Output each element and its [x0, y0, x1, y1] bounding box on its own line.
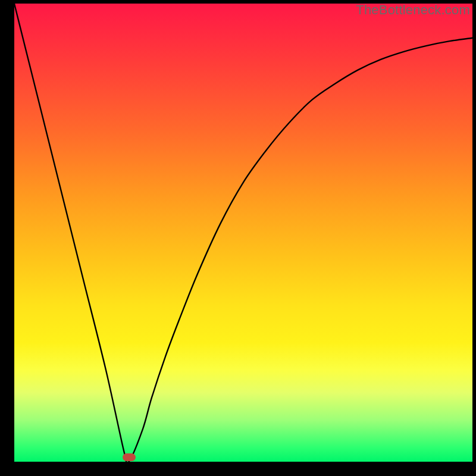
bottleneck-curve	[14, 4, 472, 462]
curve-path	[14, 4, 472, 462]
plot-area	[14, 4, 472, 462]
watermark-text: TheBottleneck.com	[356, 2, 470, 18]
chart-frame: TheBottleneck.com	[0, 0, 476, 476]
optimum-marker	[123, 453, 136, 461]
